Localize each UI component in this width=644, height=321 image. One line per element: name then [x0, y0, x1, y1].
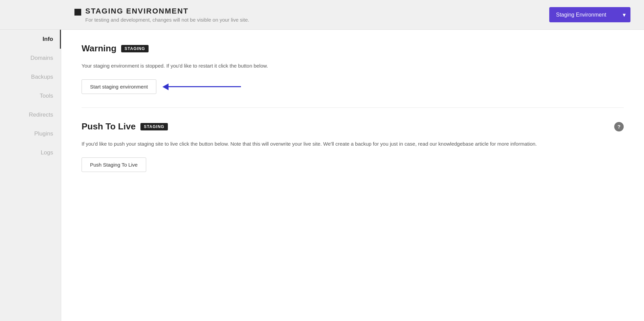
- warning-badge: STAGING: [121, 45, 149, 52]
- page-title: STAGING ENVIRONMENT: [85, 7, 249, 16]
- push-title: Push To Live: [82, 121, 136, 132]
- start-staging-button[interactable]: Start staging environment: [82, 79, 156, 94]
- warning-section-header: Warning STAGING: [82, 43, 624, 54]
- warning-title: Warning: [82, 43, 116, 54]
- help-icon[interactable]: ?: [614, 122, 624, 131]
- push-description: If you'd like to push your staging site …: [82, 140, 624, 148]
- push-badge: STAGING: [140, 123, 168, 130]
- sidebar-item-info[interactable]: Info: [0, 30, 61, 49]
- header-title-group: STAGING ENVIRONMENT For testing and deve…: [85, 7, 249, 23]
- top-header: STAGING ENVIRONMENT For testing and deve…: [0, 0, 644, 30]
- warning-description: Your staging environment is stopped. If …: [82, 62, 624, 70]
- environment-dropdown[interactable]: Staging Environment Live Environment: [549, 7, 630, 22]
- page-subtitle: For testing and development, changes wil…: [85, 17, 249, 23]
- warning-action-row: Start staging environment: [82, 79, 624, 94]
- sidebar-item-backups[interactable]: Backups: [0, 68, 61, 87]
- arrow-line: [166, 86, 241, 87]
- push-staging-to-live-button[interactable]: Push Staging To Live: [82, 157, 146, 172]
- content-area: Warning STAGING Your staging environment…: [61, 30, 644, 321]
- sidebar: Info Domains Backups Tools Redirects Plu…: [0, 30, 61, 321]
- sidebar-item-plugins[interactable]: Plugins: [0, 124, 61, 143]
- push-action-row: Push Staging To Live: [82, 157, 624, 172]
- header-left: STAGING ENVIRONMENT For testing and deve…: [74, 7, 249, 23]
- push-section-header: Push To Live STAGING ?: [82, 121, 624, 132]
- push-title-group: Push To Live STAGING: [82, 121, 168, 132]
- push-to-live-section: Push To Live STAGING ? If you'd like to …: [82, 121, 624, 172]
- arrow-container: [166, 86, 241, 87]
- section-divider: [82, 107, 624, 108]
- staging-icon: [74, 9, 81, 16]
- content-inner: Warning STAGING Your staging environment…: [61, 30, 644, 199]
- warning-section: Warning STAGING Your staging environment…: [82, 43, 624, 94]
- sidebar-item-redirects[interactable]: Redirects: [0, 105, 61, 124]
- sidebar-item-logs[interactable]: Logs: [0, 143, 61, 162]
- environment-dropdown-wrapper[interactable]: Staging Environment Live Environment: [549, 7, 630, 22]
- sidebar-item-tools[interactable]: Tools: [0, 87, 61, 105]
- sidebar-item-domains[interactable]: Domains: [0, 49, 61, 68]
- main-layout: Info Domains Backups Tools Redirects Plu…: [0, 30, 644, 321]
